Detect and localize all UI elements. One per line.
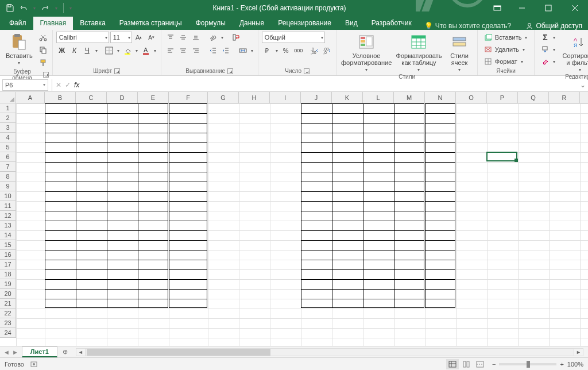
col-header[interactable]: D bbox=[107, 92, 138, 103]
delete-cells-button[interactable]: Удалить▾ bbox=[481, 44, 528, 55]
col-header[interactable]: Q bbox=[518, 92, 549, 103]
align-left-icon[interactable] bbox=[165, 45, 176, 56]
tab-данные[interactable]: Данные bbox=[233, 17, 271, 30]
col-header[interactable]: P bbox=[487, 92, 518, 103]
worksheet-grid[interactable]: ABCDEFGHIJKLMNOPQR 123456789101112131415… bbox=[0, 92, 588, 346]
redo-dropdown-icon[interactable]: ▾ bbox=[54, 6, 59, 11]
borders-dropdown-icon[interactable]: ▾ bbox=[116, 48, 121, 53]
formula-input[interactable] bbox=[84, 79, 578, 91]
view-page-break-icon[interactable] bbox=[474, 359, 486, 369]
redo-icon[interactable] bbox=[40, 3, 51, 13]
select-all-triangle[interactable] bbox=[0, 92, 16, 103]
sheet-tab-active[interactable]: Лист1 bbox=[22, 346, 57, 357]
save-icon[interactable] bbox=[5, 3, 15, 13]
underline-dropdown-icon[interactable]: ▾ bbox=[94, 48, 99, 53]
qat-customize-icon[interactable]: ▾ bbox=[68, 6, 73, 11]
col-header[interactable]: J bbox=[301, 92, 332, 103]
orientation-icon[interactable]: ab bbox=[207, 32, 219, 43]
font-color-dropdown-icon[interactable]: ▾ bbox=[153, 48, 157, 53]
row-header[interactable]: 19 bbox=[0, 279, 16, 289]
col-header[interactable]: F bbox=[169, 92, 208, 103]
clear-button[interactable]: ▾ bbox=[538, 56, 559, 67]
row-header[interactable]: 5 bbox=[0, 142, 16, 152]
zoom-out-icon[interactable]: − bbox=[492, 361, 496, 368]
decrease-indent-icon[interactable] bbox=[207, 45, 219, 56]
format-as-table-button[interactable]: Форматировать как таблицу▾ bbox=[395, 32, 443, 74]
share-button[interactable]: Общий доступ bbox=[525, 22, 588, 30]
row-header[interactable]: 4 bbox=[0, 133, 16, 142]
selected-cell[interactable] bbox=[486, 152, 517, 161]
merge-center-icon[interactable] bbox=[237, 45, 249, 56]
increase-font-icon[interactable]: A▴ bbox=[133, 32, 145, 43]
increase-indent-icon[interactable] bbox=[220, 45, 231, 56]
tab-file[interactable]: Файл bbox=[2, 17, 33, 30]
accounting-format-icon[interactable]: ₽ bbox=[262, 45, 273, 56]
col-header[interactable]: C bbox=[76, 92, 107, 103]
accounting-dropdown-icon[interactable]: ▾ bbox=[274, 48, 279, 53]
row-header[interactable]: 8 bbox=[0, 172, 16, 182]
row-header[interactable]: 22 bbox=[0, 309, 16, 318]
col-header[interactable]: M bbox=[394, 92, 425, 103]
tab-формулы[interactable]: Формулы bbox=[189, 17, 233, 30]
col-header[interactable]: K bbox=[332, 92, 363, 103]
cut-icon[interactable] bbox=[37, 32, 49, 43]
macro-record-icon[interactable] bbox=[30, 360, 38, 368]
zoom-level[interactable]: 100% bbox=[567, 361, 583, 368]
name-box[interactable]: P6▾ bbox=[2, 79, 48, 91]
cancel-formula-icon[interactable]: ✕ bbox=[56, 81, 61, 89]
row-header[interactable]: 10 bbox=[0, 191, 16, 201]
fx-icon[interactable]: fx bbox=[74, 81, 79, 89]
undo-dropdown-icon[interactable]: ▾ bbox=[32, 6, 37, 11]
tab-вставка[interactable]: Вставка bbox=[73, 17, 113, 30]
decrease-font-icon[interactable]: A▾ bbox=[146, 32, 157, 43]
row-header[interactable]: 12 bbox=[0, 211, 16, 221]
dialog-launcher-icon[interactable] bbox=[43, 72, 49, 78]
col-header[interactable]: A bbox=[16, 92, 45, 103]
increase-decimal-icon[interactable]: ,0,00 bbox=[309, 45, 320, 56]
enter-formula-icon[interactable]: ✓ bbox=[65, 81, 71, 89]
fill-button[interactable]: ▾ bbox=[538, 44, 559, 55]
align-right-icon[interactable] bbox=[190, 45, 202, 56]
font-size-combo[interactable]: 11▾ bbox=[110, 32, 132, 43]
zoom-slider[interactable] bbox=[499, 363, 556, 365]
col-header[interactable]: G bbox=[208, 92, 239, 103]
zoom-in-icon[interactable]: + bbox=[560, 361, 563, 368]
col-header[interactable]: B bbox=[45, 92, 76, 103]
row-header[interactable]: 14 bbox=[0, 230, 16, 240]
wrap-text-icon[interactable] bbox=[230, 32, 242, 43]
maximize-icon[interactable] bbox=[535, 0, 562, 16]
undo-icon[interactable] bbox=[18, 3, 29, 13]
row-header[interactable]: 1 bbox=[0, 103, 16, 113]
merge-dropdown-icon[interactable]: ▾ bbox=[250, 48, 254, 53]
ribbon-display-options-icon[interactable] bbox=[486, 4, 509, 12]
new-sheet-button[interactable]: ⊕ bbox=[60, 348, 71, 356]
row-header[interactable]: 11 bbox=[0, 201, 16, 211]
scroll-right-icon[interactable]: ► bbox=[574, 349, 583, 356]
row-header[interactable]: 9 bbox=[0, 182, 16, 191]
row-header[interactable]: 2 bbox=[0, 113, 16, 123]
tab-главная[interactable]: Главная bbox=[33, 17, 74, 30]
number-format-combo[interactable]: Общий▾ bbox=[262, 32, 325, 43]
align-middle-icon[interactable] bbox=[177, 32, 189, 43]
insert-cells-button[interactable]: Вставить▾ bbox=[481, 32, 531, 43]
col-header[interactable]: O bbox=[456, 92, 487, 103]
close-icon[interactable] bbox=[562, 0, 588, 16]
format-cells-button[interactable]: Формат▾ bbox=[481, 56, 527, 67]
font-color-icon[interactable]: A bbox=[140, 45, 152, 56]
underline-button[interactable]: Ч bbox=[82, 45, 93, 56]
tab-разработчик[interactable]: Разработчик bbox=[365, 17, 419, 30]
bold-button[interactable]: Ж bbox=[56, 45, 68, 56]
view-normal-icon[interactable] bbox=[446, 359, 459, 369]
sheet-nav-prev-icon[interactable]: ◄ bbox=[3, 349, 10, 356]
orientation-dropdown-icon[interactable]: ▾ bbox=[220, 35, 225, 40]
tab-разметка страницы[interactable]: Разметка страницы bbox=[113, 17, 189, 30]
col-header[interactable]: E bbox=[138, 92, 169, 103]
row-header[interactable]: 24 bbox=[0, 328, 16, 338]
fill-color-dropdown-icon[interactable]: ▾ bbox=[134, 48, 139, 53]
row-header[interactable]: 6 bbox=[0, 152, 16, 162]
tab-рецензирование[interactable]: Рецензирование bbox=[271, 17, 338, 30]
tell-me[interactable]: 💡 Что вы хотите сделать? bbox=[424, 22, 512, 30]
italic-button[interactable]: К bbox=[69, 45, 80, 56]
fill-color-icon[interactable] bbox=[122, 45, 133, 56]
percent-format-icon[interactable]: % bbox=[280, 45, 292, 56]
